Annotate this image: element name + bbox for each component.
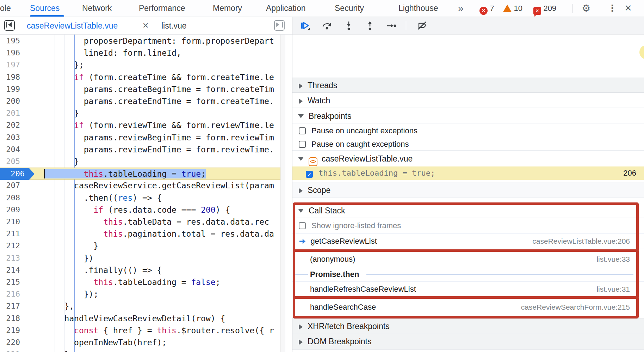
frame-location[interactable]: caseReviewSearchForm.vue:215 [521, 299, 630, 316]
line-number[interactable]: 209 [0, 204, 20, 216]
editor-scrollbar[interactable] [280, 35, 285, 352]
call-stack-frame[interactable]: handleSearchCase caseReviewSearchForm.vu… [292, 299, 644, 316]
show-ignore-listed-frames-row[interactable]: Show ignore-listed frames [292, 218, 644, 233]
code-line: 209 if (res.data.code === 200) { [0, 204, 280, 216]
section-scope[interactable]: Scope [292, 182, 644, 198]
section-breakpoints[interactable]: Breakpoints [292, 109, 644, 123]
breakpoint-file-group[interactable]: <>caseReviewListTable.vue [292, 151, 644, 166]
line-number[interactable]: 196 [0, 47, 20, 59]
line-number[interactable]: 215 [0, 276, 20, 288]
line-number[interactable]: 205 [0, 156, 20, 168]
line-number[interactable]: 210 [0, 216, 20, 228]
tab-application[interactable]: Application [266, 0, 306, 17]
code-editor[interactable]: 195 proposerDepartment: form.proposerDep… [0, 35, 280, 352]
show-right-panel-icon[interactable] [274, 20, 285, 31]
file-tab-list-vue[interactable]: list.vue [161, 17, 187, 35]
hide-navigator-icon[interactable] [4, 20, 15, 31]
frame-location[interactable]: list.vue:31 [596, 282, 630, 296]
tab-performance[interactable]: Performance [139, 0, 185, 17]
line-number[interactable]: 195 [0, 35, 20, 47]
code-text: }); [45, 288, 98, 300]
topbar-separator [572, 4, 573, 13]
code-line: 210 this.tableData = res.data.data.rec [0, 216, 280, 228]
line-number[interactable]: 218 [0, 312, 20, 324]
line-number[interactable]: 203 [0, 132, 20, 144]
line-number[interactable]: 220 [0, 336, 20, 348]
tab-console-truncated[interactable]: ole [0, 0, 11, 17]
section-watch[interactable]: Watch [292, 93, 644, 108]
file-tab-active[interactable]: caseReviewListTable.vue [27, 17, 118, 35]
pause-caught-exceptions-row[interactable]: Pause on caught exceptions [292, 138, 644, 151]
checkbox-unchecked[interactable] [299, 127, 306, 134]
tab-sources[interactable]: Sources [30, 0, 60, 17]
warning-icon: ! [503, 5, 512, 12]
line-number[interactable]: 204 [0, 144, 20, 156]
deactivate-breakpoints-icon[interactable] [417, 21, 427, 31]
tab-network[interactable]: Network [82, 0, 112, 17]
checkbox-unchecked[interactable] [299, 222, 306, 229]
line-number[interactable]: 197 [0, 59, 20, 71]
section-call-stack[interactable]: Call Stack [292, 203, 644, 218]
code-line: 217 }, [0, 300, 280, 312]
line-number[interactable]: 213 [0, 252, 20, 264]
frame-location[interactable]: caseReviewListTable.vue:206 [532, 233, 630, 249]
line-number[interactable]: 217 [0, 300, 20, 312]
execution-line-flag[interactable]: 206 [0, 168, 35, 180]
warning-badge[interactable]: ! 10 [503, 0, 522, 17]
more-tabs-icon[interactable]: » [458, 0, 462, 17]
code-line: 211 this.pagination.total = res.data.da [0, 228, 280, 240]
code-text: .finally(() => { [45, 264, 162, 276]
line-number[interactable]: 208 [0, 192, 20, 204]
checkbox-checked[interactable]: ✓ [306, 171, 313, 178]
code-line: 201 } [0, 107, 280, 119]
async-separator-line [366, 274, 633, 275]
checkbox-unchecked[interactable] [299, 141, 306, 148]
frame-location[interactable]: list.vue:33 [596, 251, 630, 267]
line-number[interactable]: 201 [0, 107, 20, 119]
code-line: 214 .finally(() => { [0, 264, 280, 276]
step-into-icon[interactable] [344, 21, 354, 31]
resume-script-icon[interactable] [300, 21, 310, 31]
call-stack-frame[interactable]: (anonymous) list.vue:33 [292, 251, 644, 267]
tab-memory[interactable]: Memory [213, 0, 242, 17]
code-text: } [45, 240, 98, 252]
section-dom-breakpoints[interactable]: DOM Breakpoints [292, 334, 644, 350]
close-devtools-icon[interactable]: ✕ [624, 0, 632, 17]
call-stack-frame-current[interactable]: getCaseReviewList caseReviewListTable.vu… [292, 233, 644, 249]
close-file-tab-icon[interactable]: ✕ [142, 17, 149, 35]
line-number[interactable]: 207 [0, 180, 20, 192]
line-number[interactable]: 221 [0, 348, 20, 352]
line-number[interactable]: 200 [0, 95, 20, 107]
call-stack-frame[interactable]: handleRefreshCaseReviewList list.vue:31 [292, 282, 644, 296]
code-text: params.createEndTime = form.createTime. [45, 95, 274, 107]
line-number[interactable]: 212 [0, 240, 20, 252]
breakpoint-entry[interactable]: ✓this.tableLoading = true; 206 [292, 166, 644, 180]
kebab-menu-icon[interactable]: ⋮ [608, 0, 617, 17]
pause-uncaught-exceptions-row[interactable]: Pause on uncaught exceptions [292, 124, 644, 137]
issues-badge[interactable]: ✕ 209 [533, 0, 556, 17]
line-number[interactable]: 202 [0, 119, 20, 131]
debugger-sidebar: iPaused on breakpoint Threads Watch Brea… [292, 35, 644, 352]
line-number[interactable]: 219 [0, 324, 20, 336]
code-line: 202 if (form.reviewTime && form.reviewTi… [0, 119, 280, 131]
file-tab-bar: caseReviewListTable.vue ✕ list.vue [0, 17, 292, 35]
error-icon: ✕ [479, 7, 488, 15]
toolbar-separator [406, 21, 406, 30]
line-number[interactable]: 211 [0, 228, 20, 240]
line-number[interactable]: 198 [0, 71, 20, 83]
code-line: 215 this.tableLoading = false; [0, 276, 280, 288]
tab-lighthouse[interactable]: Lighthouse [398, 0, 438, 17]
line-number[interactable]: 216 [0, 288, 20, 300]
section-xhr-breakpoints[interactable]: XHR/fetch Breakpoints [292, 318, 644, 334]
tab-security[interactable]: Security [335, 0, 364, 17]
step-out-icon[interactable] [365, 21, 375, 31]
line-number[interactable]: 214 [0, 264, 20, 276]
step-over-icon[interactable] [322, 21, 332, 31]
line-number[interactable]: 199 [0, 83, 20, 95]
step-icon[interactable] [387, 21, 397, 31]
code-text: handleViewCaseReviewDetail(row) { [45, 312, 225, 324]
section-threads[interactable]: Threads [292, 78, 644, 93]
settings-gear-icon[interactable]: ⚙ [582, 0, 590, 17]
panel-divider[interactable] [292, 17, 292, 352]
error-badge[interactable]: ✕ 7 [479, 0, 494, 17]
